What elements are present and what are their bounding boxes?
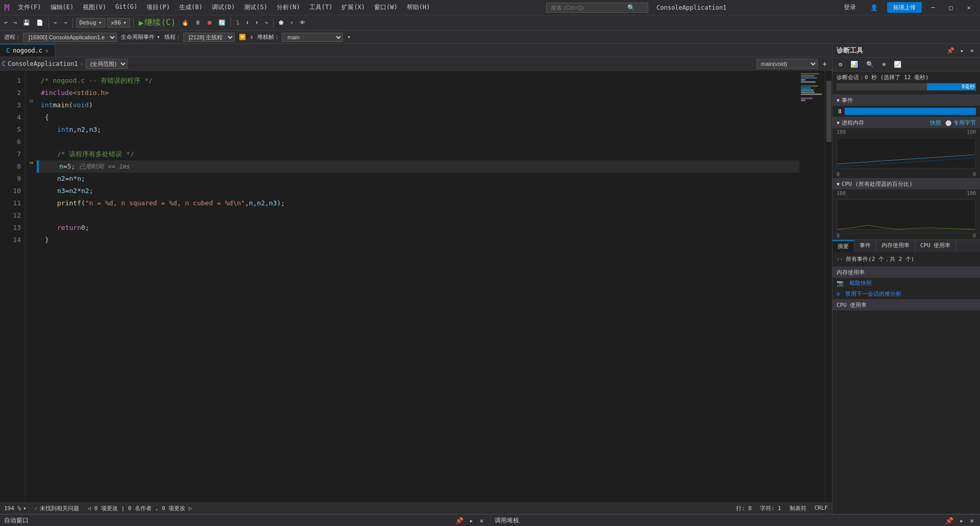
diag-pin-btn[interactable]: 📌 bbox=[945, 46, 957, 55]
config-dropdown[interactable]: Debug ▾ bbox=[76, 18, 106, 28]
toolbar-back[interactable]: ← bbox=[52, 18, 60, 27]
close-button[interactable]: ✕ bbox=[962, 2, 976, 13]
menu-git[interactable]: Git(G) bbox=[111, 1, 141, 14]
tab-close-btn[interactable]: ✕ bbox=[45, 48, 48, 54]
diag-tab-cpu[interactable]: CPU 使用率 bbox=[915, 240, 957, 252]
cpu-rate-header[interactable]: CPU 使用率 bbox=[832, 299, 980, 310]
toolbar-redo[interactable]: ↪ bbox=[12, 18, 19, 27]
code-line-14: } bbox=[37, 234, 799, 246]
diag-tab-summary[interactable]: 摘要 bbox=[832, 240, 854, 252]
exception-btn[interactable]: ⚡ bbox=[288, 18, 296, 27]
line3-int: int bbox=[41, 99, 53, 111]
snapshot-radio[interactable]: ⬤ bbox=[945, 119, 951, 126]
pause-btn[interactable]: ⏸ bbox=[193, 18, 203, 27]
step-into[interactable]: ⬇ bbox=[243, 18, 251, 27]
events-header[interactable]: ▼ 事件 bbox=[832, 94, 980, 106]
no-issues: ✓ 未找到相关问题 bbox=[35, 505, 80, 512]
code-editor[interactable]: 1 2 3 4 5 6 7 8 9 10 11 12 13 14 bbox=[0, 70, 832, 503]
auto-close-btn[interactable]: ✕ bbox=[478, 517, 486, 524]
filter-icon[interactable]: 🔽 bbox=[239, 34, 246, 40]
menu-project[interactable]: 项目(P) bbox=[142, 1, 174, 14]
minimap-l4 bbox=[801, 79, 805, 81]
diag-close-btn[interactable]: ✕ bbox=[968, 46, 976, 55]
auto-arrow-btn[interactable]: ▸ bbox=[468, 517, 476, 524]
diag-tab-memory[interactable]: 内存使用率 bbox=[876, 240, 915, 252]
diag-settings-icon[interactable]: ⚙ bbox=[836, 60, 845, 69]
step-out[interactable]: ⬆ bbox=[253, 18, 261, 27]
title-search-box[interactable]: 🔍 bbox=[546, 3, 648, 13]
breakpoint-btn[interactable]: ⬟ bbox=[277, 18, 286, 27]
stack-arrow[interactable]: ▾ bbox=[347, 34, 351, 40]
menu-build[interactable]: 生成(B) bbox=[175, 1, 207, 14]
tab-nogood[interactable]: C nogood.c ✕ bbox=[0, 44, 55, 57]
process-dropdown[interactable]: [16900] ConsoleApplication1.e bbox=[23, 33, 117, 42]
config-arrow: ▾ bbox=[99, 19, 102, 26]
menu-analyze[interactable]: 分析(N) bbox=[273, 1, 304, 14]
menu-view[interactable]: 视图(V) bbox=[79, 1, 110, 14]
continue-button[interactable]: ▶ 继续(C) bbox=[137, 16, 178, 29]
menu-file[interactable]: 文件(F) bbox=[14, 1, 45, 14]
cpu-rate-label: CPU 使用率 bbox=[837, 301, 867, 309]
stack-dropdown[interactable]: main bbox=[282, 33, 343, 42]
cpu-metrics: 100 100 bbox=[832, 189, 980, 197]
scrollbar-thumb[interactable] bbox=[826, 81, 831, 142]
minimize-button[interactable]: ─ bbox=[926, 2, 940, 13]
step-over[interactable]: ⤵ bbox=[234, 18, 241, 27]
user-icon[interactable]: 👤 bbox=[865, 2, 883, 13]
cpu-header[interactable]: ▼ CPU (所有处理器的百分比) bbox=[832, 178, 980, 189]
code-line-11: printf ( "n = %d, n squared = %d, n cube… bbox=[37, 197, 799, 209]
scope-dropdown[interactable]: (全局范围) bbox=[86, 59, 128, 69]
diag-arrow-btn[interactable]: ▸ bbox=[959, 46, 966, 55]
gutter-3[interactable]: ⊟ bbox=[26, 95, 37, 107]
heap-link[interactable]: ⊙ 禁用下一会话的堆分析 bbox=[832, 289, 980, 299]
menu-extend[interactable]: 扩展(X) bbox=[337, 1, 369, 14]
code-line-12 bbox=[37, 209, 799, 222]
diag-graph-icon[interactable]: 📈 bbox=[891, 60, 904, 69]
login-button[interactable]: 登录 bbox=[839, 1, 861, 14]
call-close-btn[interactable]: ✕ bbox=[968, 517, 976, 524]
platform-dropdown[interactable]: x86 ▾ bbox=[107, 18, 130, 28]
memory-header[interactable]: ▼ 进程内存 快照 ⬤ 专用字节 bbox=[832, 117, 980, 128]
new-tab-btn[interactable]: + bbox=[820, 59, 830, 69]
diag-search-icon[interactable]: 🔍 bbox=[863, 60, 877, 69]
zoom-arrow[interactable]: ▾ bbox=[23, 505, 27, 512]
thread-dropdown[interactable]: [2128] 主线程 bbox=[183, 33, 235, 42]
diag-tab-events[interactable]: 事件 bbox=[854, 240, 876, 252]
func-dropdown[interactable]: main(void) bbox=[756, 59, 818, 69]
lifecycle-arrow[interactable]: ▾ bbox=[157, 34, 160, 40]
call-arrow-btn[interactable]: ▸ bbox=[958, 517, 966, 524]
menu-test[interactable]: 测试(S) bbox=[240, 1, 272, 14]
upload-button[interactable]: 拓境上传 bbox=[887, 2, 922, 13]
stop-btn[interactable]: ⏹ bbox=[205, 18, 214, 27]
editor-scrollbar[interactable] bbox=[825, 70, 832, 503]
diag-chart-icon[interactable]: 📊 bbox=[847, 60, 861, 69]
app-title: ConsoleApplication1 bbox=[656, 4, 726, 11]
minimap-l7 bbox=[801, 85, 818, 87]
toolbar-save2[interactable]: 📄 bbox=[34, 18, 45, 27]
cpu-svg bbox=[837, 200, 975, 230]
hot-reload-btn[interactable]: 🔥 bbox=[180, 18, 191, 27]
auto-pin-btn[interactable]: 📌 bbox=[453, 517, 465, 524]
editor-statusbar: 194 % ▾ ✓ 未找到相关问题 ◁ 0 项更改 | 0 名作者 , 0 项更… bbox=[0, 503, 832, 514]
toolbar-forward[interactable]: → bbox=[62, 18, 69, 27]
menu-debug[interactable]: 调试(D) bbox=[208, 1, 239, 14]
watch-btn[interactable]: 👁 bbox=[298, 18, 307, 27]
menu-tools[interactable]: 工具(T) bbox=[305, 1, 337, 14]
menu-help[interactable]: 帮助(H) bbox=[403, 1, 434, 14]
maximize-button[interactable]: □ bbox=[944, 2, 958, 13]
toolbar-undo[interactable]: ↩ bbox=[2, 18, 10, 27]
diag-zoom-icon[interactable]: ⊕ bbox=[879, 60, 889, 69]
title-search-input[interactable] bbox=[551, 5, 627, 11]
menu-edit[interactable]: 编辑(E) bbox=[46, 1, 78, 14]
restart-btn[interactable]: 🔄 bbox=[216, 18, 228, 27]
zoom-control[interactable]: 194 % ▾ bbox=[4, 505, 27, 512]
menu-window[interactable]: 窗口(W) bbox=[370, 1, 402, 14]
code-content[interactable]: /* nogood.c -- 有错误的程序 */ #include <stdio… bbox=[37, 70, 799, 503]
platform-arrow: ▾ bbox=[123, 19, 127, 26]
call-pin-btn[interactable]: 📌 bbox=[943, 517, 955, 524]
toolbar-save[interactable]: 💾 bbox=[21, 18, 32, 27]
run-to-cursor[interactable]: ↷ bbox=[263, 18, 271, 27]
screenshot-link[interactable]: 📷 截取快照 bbox=[832, 278, 980, 289]
events-pause-btn[interactable]: ⏸ bbox=[837, 108, 843, 115]
memory-rate-header[interactable]: 内存使用率 bbox=[832, 267, 980, 278]
